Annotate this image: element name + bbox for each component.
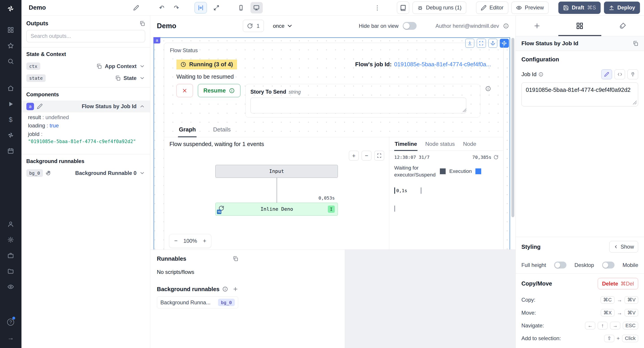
tab-node-status[interactable]: Node status <box>425 139 455 150</box>
canvas-scrollbar[interactable] <box>512 38 514 217</box>
add-runnable-button[interactable] <box>232 286 238 292</box>
full-height-toggle[interactable] <box>554 262 566 268</box>
chevron-down-icon[interactable] <box>139 75 145 81</box>
resize-grip[interactable] <box>633 101 636 104</box>
info-icon[interactable] <box>538 72 544 77</box>
zoom-in-button[interactable]: + <box>200 236 210 246</box>
home-icon[interactable] <box>3 82 18 95</box>
eval-mode-button[interactable] <box>614 69 625 79</box>
fullscreen-button[interactable] <box>210 2 222 14</box>
zoom-out-button[interactable]: − <box>171 236 181 246</box>
resources-pinwheel-icon[interactable] <box>3 128 18 142</box>
redo-button[interactable]: ↷ <box>170 2 182 14</box>
panel-toggle-icon[interactable] <box>139 21 145 27</box>
timeline-row-duration: 0,1s <box>396 188 407 193</box>
desktop-view-button[interactable] <box>250 2 263 14</box>
workers-briefcase-icon[interactable] <box>3 248 18 262</box>
apps-grid-icon[interactable] <box>3 23 18 37</box>
static-mode-button[interactable] <box>601 69 612 79</box>
layout-centered-button[interactable] <box>194 2 207 14</box>
graph-fit-button[interactable] <box>374 151 384 160</box>
resize-grip[interactable] <box>462 108 466 112</box>
tab-details[interactable]: Details <box>212 123 232 137</box>
story-textarea[interactable] <box>250 98 466 113</box>
tab-graph[interactable]: Graph <box>178 123 196 137</box>
graph-node-inline-deno[interactable]: TS Inline Deno I <box>215 203 338 216</box>
graph-node-input[interactable]: Input <box>215 165 338 178</box>
flow-graph[interactable]: Flow suspended, waiting for 1 events + −… <box>164 137 389 250</box>
component-a-row[interactable]: a Flow Status by Job Id <box>22 101 150 112</box>
legend-waiting-swatch <box>440 168 446 174</box>
search-icon[interactable] <box>3 54 18 68</box>
undo-button[interactable]: ↶ <box>156 2 167 14</box>
expand-sidebar-icon[interactable]: → <box>3 331 18 345</box>
connect-mode-button[interactable] <box>628 69 638 79</box>
editor-button[interactable]: Editor <box>476 2 508 14</box>
search-outputs-input[interactable] <box>26 30 145 42</box>
info-icon[interactable] <box>503 23 509 29</box>
cancel-flow-button[interactable] <box>176 84 193 97</box>
legend-execution-swatch <box>476 168 481 174</box>
schedule-select[interactable]: once <box>273 23 293 29</box>
copy-icon[interactable] <box>96 63 102 69</box>
prop-result[interactable]: result : undefined <box>28 113 150 122</box>
timeline-total: 70,385s <box>472 154 491 160</box>
styling-tab[interactable] <box>601 16 644 36</box>
delete-component-button[interactable]: Delete ⌘Del <box>598 278 638 289</box>
prop-jobid[interactable]: jobId : <box>28 130 150 138</box>
deploy-button[interactable]: Deploy <box>604 2 640 14</box>
flow-status-component[interactable]: Flow Status Running (3 of 4) Flow's job … <box>164 43 504 250</box>
graph-zoom-out-button[interactable]: − <box>362 151 372 160</box>
favorites-star-icon[interactable] <box>3 39 18 53</box>
panel-toggle-icon[interactable] <box>632 41 638 46</box>
tab-timeline[interactable]: Timeline <box>394 139 418 151</box>
draft-button[interactable]: Draft⌘S <box>558 2 600 14</box>
flow-job-id-link[interactable]: 0191085e-5baa-81ef-4774-c9ef4f0a... <box>394 61 491 68</box>
help-icon[interactable]: ? <box>3 315 18 329</box>
insert-component-tab[interactable] <box>516 16 558 36</box>
edit-title-button[interactable] <box>130 2 142 14</box>
chevron-down-icon[interactable] <box>139 63 145 69</box>
bg-runnable-item[interactable]: Background Runna... bg_0 <box>157 296 238 309</box>
audit-eye-icon[interactable] <box>3 280 18 294</box>
info-icon[interactable] <box>222 286 228 292</box>
docs-button[interactable] <box>397 2 409 14</box>
app-canvas[interactable]: a Flow Status Run <box>150 36 516 250</box>
tab-node-def[interactable]: Node <box>463 139 477 150</box>
bottom-filler <box>345 250 516 348</box>
center-layout-icon <box>198 5 204 11</box>
settings-gear-icon[interactable] <box>3 233 18 247</box>
refresh-count-button[interactable]: 1 <box>243 20 264 32</box>
show-styling-button[interactable]: Show <box>609 241 638 252</box>
waiting-message: Waiting to be resumed <box>176 73 491 80</box>
pencil-icon[interactable] <box>37 103 43 109</box>
more-menu-button[interactable]: ⋮ <box>372 2 383 14</box>
graph-zoom-in-button[interactable]: + <box>349 151 359 160</box>
desktop-toggle[interactable] <box>602 262 614 268</box>
chevron-down-icon[interactable] <box>139 170 145 176</box>
state-row[interactable]: state State <box>22 72 150 84</box>
windmill-app-editor: $ ? → Demo ↶ ↷ ⋮ <box>0 0 644 348</box>
panel-toggle-icon[interactable] <box>232 256 238 262</box>
selected-component-outline[interactable]: a Flow Status Run <box>154 37 510 250</box>
job-id-input[interactable]: 0191085e-5baa-81ef-4774-c9ef4f0a92d2 <box>522 82 638 106</box>
prop-loading[interactable]: loading : true <box>28 122 150 130</box>
resume-button[interactable]: Resume <box>198 84 240 97</box>
runs-play-icon[interactable] <box>3 97 18 111</box>
component-settings-tab[interactable] <box>558 16 601 36</box>
chevron-up-icon[interactable] <box>139 103 145 109</box>
debug-runs-button[interactable]: Debug runs (1) <box>412 2 466 14</box>
users-icon[interactable] <box>3 217 18 231</box>
preview-button[interactable]: Preview <box>512 2 548 14</box>
variables-dollar-icon[interactable]: $ <box>3 113 18 126</box>
bg-runnable-row[interactable]: bg_0 Background Runnable 0 <box>22 167 150 179</box>
chevron-left-icon <box>614 244 618 249</box>
info-icon[interactable] <box>485 86 491 92</box>
schedules-calendar-icon[interactable] <box>3 144 18 158</box>
copy-icon[interactable] <box>115 75 121 81</box>
ctx-row[interactable]: ctx App Context <box>22 60 150 72</box>
folders-icon[interactable] <box>3 264 18 278</box>
timeline-row <box>394 204 498 213</box>
mobile-view-button[interactable] <box>235 2 247 14</box>
hide-bar-toggle[interactable] <box>403 22 416 30</box>
